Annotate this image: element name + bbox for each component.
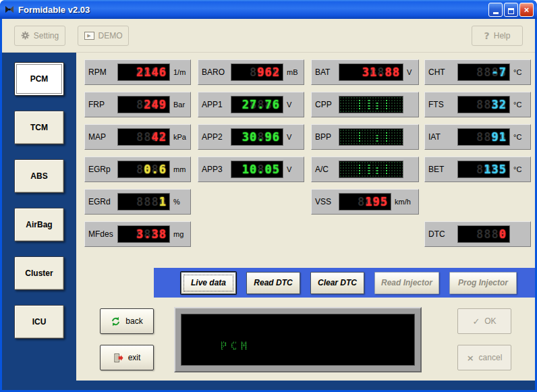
gauge-frp: FRP 8888 249 Bar xyxy=(84,92,191,117)
sidebar-item-tcm[interactable]: TCM xyxy=(14,111,64,144)
gauge-app2-unit: V xyxy=(287,133,291,141)
matrix-segment xyxy=(358,132,361,143)
gauge-mfdes: MFdes 8888 3.38 mg xyxy=(84,221,191,247)
setting-label: Setting xyxy=(34,31,59,40)
gauge-bpp: BPP xyxy=(311,124,419,150)
gauge-vss-unit: km/h xyxy=(395,198,411,206)
gauge-ac-dot-matrix xyxy=(339,161,403,178)
help-label: Help xyxy=(494,31,511,40)
gauge-bpp-label: BPP xyxy=(315,132,335,142)
gauge-map-display: 8888 42 xyxy=(117,128,170,146)
gauge-baro-unit: mB xyxy=(287,68,298,76)
gauge-rpm: RPM 8888 2146 1/m xyxy=(84,59,191,85)
minimize-icon xyxy=(493,12,499,14)
exit-label: exit xyxy=(128,353,141,362)
gauge-app2-display: 8888 30.96 xyxy=(231,128,283,146)
app-window: Formidable v2.03 × Se xyxy=(0,0,537,392)
titlebar: Formidable v2.03 × xyxy=(0,0,537,19)
gauge-fts-display: 8888 32 xyxy=(457,96,510,113)
gauge-bet-unit: °C xyxy=(513,165,521,173)
matrix-segment xyxy=(376,134,378,143)
clear-dtc-button[interactable]: Clear DTC xyxy=(310,272,364,294)
cancel-button[interactable]: × cancel xyxy=(457,345,511,370)
gauge-iat-unit: °C xyxy=(513,133,521,141)
gauge-bat-label: BAT xyxy=(315,67,335,77)
gauge-rpm-display: 8888 2146 xyxy=(117,63,170,81)
main-panel: RPM 8888 2146 1/m FRP 8888 249 Bar xyxy=(76,53,535,381)
gauge-column-2: BARO 8888 962 mB APP1 8888 27.76 V xyxy=(198,59,304,182)
x-icon: × xyxy=(467,353,474,363)
gauge-mfdes-display: 8888 3.38 xyxy=(117,225,170,243)
gauge-vss-display: 8888 195 xyxy=(339,193,391,211)
gauge-egrp-label: EGRp xyxy=(88,165,114,174)
window-controls: × xyxy=(488,3,534,17)
read-dtc-button[interactable]: Read DTC xyxy=(246,272,300,294)
demo-icon: ▶ xyxy=(84,32,94,40)
gauge-bat-unit: V xyxy=(407,68,412,76)
back-button[interactable]: back xyxy=(100,308,154,334)
help-button[interactable]: ? Help xyxy=(472,26,523,46)
gauge-app2-label: APP2 xyxy=(202,132,227,142)
close-button[interactable]: × xyxy=(519,3,534,17)
maximize-button[interactable] xyxy=(504,3,518,17)
gauge-bat: BAT 8888 31.88 V xyxy=(311,59,419,85)
matrix-segment xyxy=(385,99,388,111)
gauge-column-4: CHT 8888 -7 °C FTS 8888 32 °C IA xyxy=(424,59,531,247)
gauge-egrp: EGRp 8888 0.6 mm xyxy=(84,157,191,182)
gauge-vss-value: 195 xyxy=(365,195,388,208)
prog-injector-button[interactable]: Prog Injector xyxy=(449,272,517,294)
close-icon: × xyxy=(524,5,530,15)
demo-button[interactable]: ▶ DEMO xyxy=(78,26,129,46)
window-body: Setting ▶ DEMO ? Help PCM TCM ABS AirBag… xyxy=(2,19,535,390)
exit-button[interactable]: exit xyxy=(100,345,154,370)
gauge-baro-display: 8888 962 xyxy=(231,63,283,81)
gauge-fts-label: FTS xyxy=(428,100,454,109)
sidebar-item-abs[interactable]: ABS xyxy=(14,159,64,193)
gauge-column-1: RPM 8888 2146 1/m FRP 8888 249 Bar xyxy=(84,59,191,247)
gauge-iat: IAT 8888 91 °C xyxy=(424,124,531,150)
gauge-ac: A/C xyxy=(311,157,419,182)
gauge-bat-value: 31.88 xyxy=(362,65,400,79)
minimize-button[interactable] xyxy=(488,3,503,17)
gauge-rpm-label: RPM xyxy=(88,67,114,77)
live-data-button[interactable]: Live data xyxy=(181,272,236,294)
gauge-spacer xyxy=(424,189,531,215)
gauge-app1: APP1 8888 27.76 V xyxy=(198,92,304,117)
gauge-cpp-label: CPP xyxy=(315,100,335,109)
refresh-back-icon xyxy=(111,316,121,327)
gauge-cht-display: 8888 -7 xyxy=(457,63,510,81)
ok-button[interactable]: ✓ OK xyxy=(457,308,511,334)
gauge-egrp-value: 0.6 xyxy=(144,163,167,176)
matrix-segment xyxy=(368,99,370,111)
gauge-cht-value: -7 xyxy=(492,65,507,79)
demo-label: DEMO xyxy=(98,31,123,40)
command-bar: Live data Read DTC Clear DTC Read Inject… xyxy=(154,268,535,298)
window-title: Formidable v2.03 xyxy=(18,5,488,15)
gauge-app1-label: APP1 xyxy=(202,100,227,109)
gauge-map-unit: kPa xyxy=(173,133,186,141)
gauge-baro-label: BARO xyxy=(202,67,227,77)
gauge-fts-unit: °C xyxy=(513,101,521,109)
gauge-dtc: DTC 8888 0 xyxy=(424,221,531,247)
sidebar-item-airbag[interactable]: AirBag xyxy=(14,208,64,242)
sidebar-item-pcm[interactable]: PCM xyxy=(14,62,64,96)
matrix-segment xyxy=(376,167,378,175)
gauge-rpm-unit: 1/m xyxy=(173,68,186,76)
gauge-bet: BET 8888 135 °C xyxy=(424,157,531,182)
gauge-app1-unit: V xyxy=(287,101,291,109)
gauge-egrp-display: 8888 0.6 xyxy=(117,161,170,178)
read-injector-button[interactable]: Read Injector xyxy=(374,272,439,294)
gauge-egrd-label: EGRd xyxy=(88,197,114,206)
help-icon: ? xyxy=(484,30,490,41)
sidebar-item-icu[interactable]: ICU xyxy=(14,305,64,339)
gauge-bat-display: 8888 31.88 xyxy=(339,63,403,81)
exit-door-icon xyxy=(113,353,123,363)
message-display-screen: PCM xyxy=(181,314,415,366)
gauge-egrd-unit: % xyxy=(173,198,180,206)
setting-button[interactable]: Setting xyxy=(14,26,65,46)
sidebar-item-cluster[interactable]: Cluster xyxy=(14,256,64,290)
gauge-app3: APP3 8888 10.05 V xyxy=(198,157,304,182)
gauge-mfdes-value: 3.38 xyxy=(136,227,167,241)
gauge-app1-display: 8888 27.76 xyxy=(231,96,283,113)
gauge-fts: FTS 8888 32 °C xyxy=(424,92,531,117)
